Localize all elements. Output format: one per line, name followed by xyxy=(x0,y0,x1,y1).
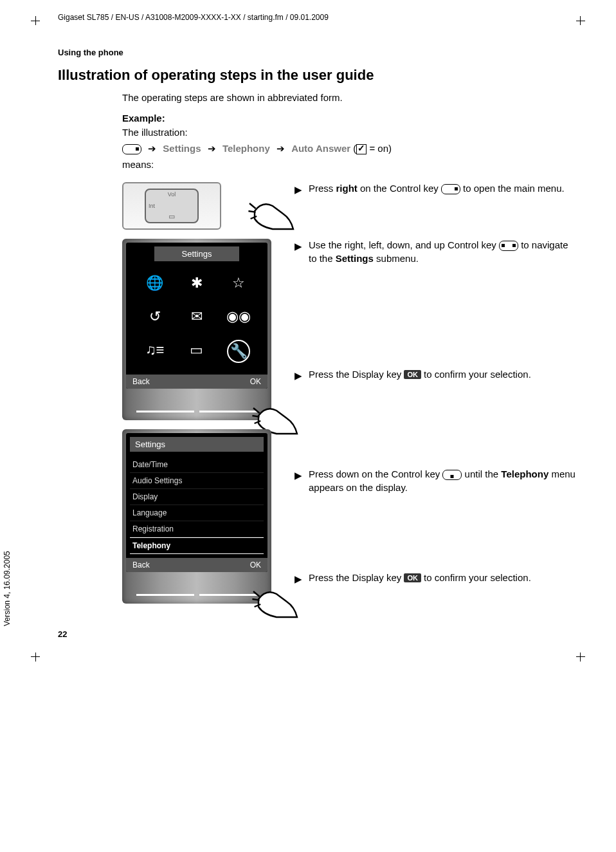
nav-settings: Settings xyxy=(163,143,201,154)
nav-auto-answer: Auto Answer xyxy=(291,143,350,154)
list-item-selected: Telephony xyxy=(130,537,264,554)
phone2-back-softkey: Back xyxy=(132,560,150,570)
dpad-vol-label: Vol xyxy=(168,191,176,198)
phone2-title: Settings xyxy=(130,437,264,452)
control-key-icon xyxy=(122,144,141,154)
control-key-illustration: Vol Int ▭ xyxy=(122,182,221,230)
phone2-ok-softkey: OK xyxy=(250,560,261,570)
page-number: 22 xyxy=(58,629,577,639)
settings-wrench-icon: 🔧 xyxy=(227,340,250,363)
step-5-text: ▶ Press the Display key OK to confirm yo… xyxy=(294,571,577,586)
dpad-int-label: Int xyxy=(149,203,155,209)
directory-icon: ▭ xyxy=(186,340,207,360)
svg-line-6 xyxy=(253,591,260,597)
voicemail-icon: ◉◉ xyxy=(228,306,249,327)
step-3-text: ▶ Press the Display key OK to confirm yo… xyxy=(294,368,577,382)
ok-key-icon: OK xyxy=(404,573,421,582)
svg-line-0 xyxy=(249,203,256,208)
svg-line-3 xyxy=(253,408,260,413)
step-4-text: ▶ Press down on the Control key until th… xyxy=(294,468,577,494)
dpad-book-icon: ▭ xyxy=(168,212,175,221)
svg-line-7 xyxy=(252,599,259,600)
phone1-title: Settings xyxy=(154,246,239,261)
example-label: Example: xyxy=(122,113,577,124)
means-label: means: xyxy=(122,158,577,171)
list-item: Display xyxy=(130,489,264,505)
page-title: Illustration of operating steps in the u… xyxy=(58,67,577,84)
section-label: Using the phone xyxy=(58,48,577,57)
control-key-nav-icon xyxy=(499,241,518,251)
list-item: Audio Settings xyxy=(130,473,264,489)
breadcrumb: ➔ Settings ➔ Telephony ➔ Auto Answer ( =… xyxy=(122,143,577,154)
globe-icon: 🌐 xyxy=(145,273,165,293)
nav-telephony: Telephony xyxy=(222,143,270,154)
ok-key-icon: OK xyxy=(404,370,421,379)
star-icon: ☆ xyxy=(228,273,249,293)
list-item: Language xyxy=(130,505,264,521)
intro-text: The operating steps are shown in abbrevi… xyxy=(122,91,577,104)
version-footer: Version 4, 16.09.2005 xyxy=(3,551,12,627)
hand-pointer-icon xyxy=(244,189,296,234)
step-1-text: ▶ Press right on the Control key to open… xyxy=(294,182,577,196)
step-2-text: ▶ Use the right, left, down, and up Cont… xyxy=(294,239,577,265)
illustration-label: The illustration: xyxy=(122,126,577,139)
control-key-right-icon xyxy=(441,184,460,194)
doc-header: Gigaset SL785 / EN-US / A31008-M2009-XXX… xyxy=(58,13,577,22)
checkbox-icon xyxy=(356,144,367,154)
bluetooth-icon: ✱ xyxy=(186,273,207,293)
hand-pointer-icon xyxy=(248,577,300,622)
svg-line-4 xyxy=(252,416,259,417)
list-item: Registration xyxy=(130,521,264,537)
phone1-back-softkey: Back xyxy=(132,377,150,386)
on-suffix: = on) xyxy=(367,143,392,154)
phone1-ok-softkey: OK xyxy=(250,377,261,386)
call-list-icon: ↺ xyxy=(145,306,165,327)
envelope-icon: ✉ xyxy=(186,306,207,327)
list-item: Date/Time xyxy=(130,457,264,473)
organizer-icon: ♫≡ xyxy=(145,340,165,360)
svg-line-1 xyxy=(248,211,255,212)
control-key-down-icon xyxy=(442,470,462,480)
